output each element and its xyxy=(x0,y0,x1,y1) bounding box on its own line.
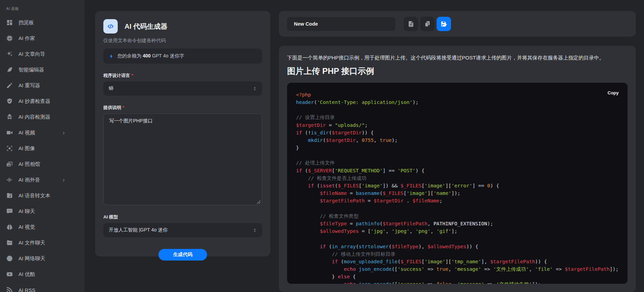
language-label: 程序设计语言* xyxy=(103,72,262,79)
sparkles-icon xyxy=(6,51,13,57)
code-line: $allowedTypes = ['jpg', 'jpeg', 'png', '… xyxy=(296,227,619,235)
code-line: // 检查文件类型 xyxy=(296,212,619,220)
copy-icon xyxy=(424,21,431,27)
sidebar-item-ai-content-detector[interactable]: AI 内容检测器 xyxy=(0,109,84,125)
required-asterisk: * xyxy=(123,105,124,110)
sidebar-item-ai-writer[interactable]: AIAI 作家 xyxy=(0,30,84,46)
sidebar-item-label: AI 图像 xyxy=(18,145,35,152)
sidebar-item-label: AI 画外音 xyxy=(18,177,40,183)
play-video-icon xyxy=(6,271,13,278)
balance-alert: 您的余额为 400 GPT 4o 迷你字 xyxy=(103,49,262,64)
video-camera-icon xyxy=(6,129,13,136)
sidebar-item-dashboard[interactable]: 挡泥板 xyxy=(0,15,84,30)
result-panel: 下面是一个简单的PHP接口示例，用于处理图片上传。这个代码段将接受通过POST请… xyxy=(279,46,636,292)
sidebar-item-label: AI 照相馆 xyxy=(18,161,40,168)
sidebar-item-label: 挡泥板 xyxy=(18,19,34,26)
sidebar-nav: 挡泥板AIAI 作家AI 文章向导智能编辑器AI 重写器AI 抄袭检查器AI 内… xyxy=(0,15,84,292)
up-down-chevron-icon xyxy=(252,228,257,233)
duplicate-document-button[interactable] xyxy=(420,17,435,31)
sidebar-item-label: AI 重写器 xyxy=(18,82,40,89)
code-line: if (move_uploaded_file($_FILES['image'][… xyxy=(296,258,619,265)
code-line xyxy=(296,106,619,114)
code-line: mkdir($targetDir, 0755, true); xyxy=(296,136,619,144)
code-line: // 移动上传文件到目标目录 xyxy=(296,250,619,258)
new-document-button[interactable] xyxy=(404,17,418,31)
sidebar-item-ai-speech-to-text[interactable]: AI 语音转文本 xyxy=(0,188,84,203)
dashboard-icon xyxy=(6,19,13,26)
document-title-input[interactable] xyxy=(287,17,395,31)
sidebar-item-label: AI 网络聊天 xyxy=(18,255,45,262)
code-line: echo json_encode(['success' => false, 'm… xyxy=(296,280,619,284)
result-column: 下面是一个简单的PHP接口示例，用于处理图片上传。这个代码段将接受通过POST请… xyxy=(279,11,636,292)
copy-code-button[interactable]: Copy xyxy=(608,90,619,95)
sidebar-item-ai-rewriter[interactable]: AI 重写器 xyxy=(0,78,84,93)
balance-value: 400 xyxy=(143,53,151,58)
code-line: // 设置上传目录 xyxy=(296,114,619,121)
model-label: AI 模型 xyxy=(103,214,262,220)
ai-chip-icon: AI xyxy=(6,35,13,42)
code-line: echo json_encode(['success' => true, 'me… xyxy=(296,265,619,273)
submit-row: 生成代码 xyxy=(103,249,262,261)
sidebar-item-ai-video[interactable]: AI 视频› xyxy=(0,125,84,141)
code-line: if ($_SERVER['REQUEST_METHOD'] == 'POST'… xyxy=(296,167,619,174)
code-line: if (!is_dir($targetDir)) { xyxy=(296,129,619,136)
sidebar-item-ai-vision[interactable]: AI 视觉 xyxy=(0,219,84,235)
quill-icon xyxy=(6,66,13,73)
chevron-right-icon: › xyxy=(63,177,65,183)
photo-gallery-icon xyxy=(6,161,13,168)
sidebar-item-ai-article-wizard[interactable]: AI 文章向导 xyxy=(0,46,84,62)
svg-text:AI: AI xyxy=(9,37,11,40)
folder-chat-icon xyxy=(6,239,13,246)
sidebar-item-ai-web-chat[interactable]: AI 网络聊天 xyxy=(0,251,84,266)
sidebar-item-ai-plagiarism-checker[interactable]: AI 抄袭检查器 xyxy=(0,93,84,109)
code-line xyxy=(296,205,619,212)
save-document-button[interactable] xyxy=(437,17,451,31)
sidebar-item-ai-file-chat[interactable]: AI 文件聊天 xyxy=(0,235,84,251)
sidebar-item-label: AI 视频 xyxy=(18,130,35,136)
code-line: if (isset($_FILES['image']) && $_FILES['… xyxy=(296,182,619,189)
result-heading: 图片上传 PHP 接口示例 xyxy=(287,66,628,77)
balance-text: 您的余额为 400 GPT 4o 迷你字 xyxy=(117,53,184,59)
sidebar-item-ai-youtube[interactable]: AI 优酷 xyxy=(0,266,84,282)
sidebar-item-label: AI 视觉 xyxy=(18,224,35,230)
code-line: $fileName = basename($_FILES['image']['n… xyxy=(296,189,619,197)
sidebar-item-ai-chat[interactable]: AI 聊天 xyxy=(0,203,84,219)
code-block: Copy <?phpheader('Content-Type: applicat… xyxy=(287,83,628,284)
chevron-right-icon: › xyxy=(63,130,65,136)
bolt-icon xyxy=(109,54,114,59)
page-subtitle: 仅使用文本命令创建各种代码 xyxy=(103,38,262,44)
generate-code-button[interactable]: 生成代码 xyxy=(158,249,207,261)
code-line: $fileType = pathinfo($targetFilePath, PA… xyxy=(296,220,619,227)
code-content: <?phpheader('Content-Type: application/j… xyxy=(296,91,619,284)
code-line: // 处理上传文件 xyxy=(296,159,619,167)
globe-icon xyxy=(6,255,13,262)
language-select[interactable]: 蟒 xyxy=(103,81,262,96)
code-line: if (in_array(strtolower($fileType), $all… xyxy=(296,243,619,250)
document-icon xyxy=(408,21,414,27)
brain-icon xyxy=(6,224,13,230)
code-line: } else { xyxy=(296,273,619,280)
sidebar-item-label: AI 语音转文本 xyxy=(18,193,50,199)
sidebar-item-ai-voiceover[interactable]: AI 画外音› xyxy=(0,172,84,188)
sidebar: AI 面板 挡泥板AIAI 作家AI 文章向导智能编辑器AI 重写器AI 抄袭检… xyxy=(0,0,84,292)
resize-handle-icon[interactable] xyxy=(257,200,261,204)
sidebar-item-ai-image[interactable]: AI 图像 xyxy=(0,141,84,156)
code-line: header('Content-Type: application/json')… xyxy=(296,98,619,106)
model-select[interactable]: 开放人工智能 |GPT 4o 迷你 xyxy=(103,223,262,237)
sidebar-item-label: AI 文章向导 xyxy=(18,51,45,57)
code-line: // 检查文件是否上传成功 xyxy=(296,174,619,182)
result-intro: 下面是一个简单的PHP接口示例，用于处理图片上传。这个代码段将接受通过POST请… xyxy=(287,54,628,62)
sidebar-item-label: AI 文件聊天 xyxy=(18,240,45,246)
sidebar-item-smart-editor[interactable]: 智能编辑器 xyxy=(0,62,84,78)
image-scan-icon xyxy=(6,145,13,152)
chat-bubble-icon xyxy=(6,208,13,215)
main-content: AI 代码生成器 仅使用文本命令创建各种代码 您的余额为 400 GPT 4o … xyxy=(84,0,644,292)
document-toolbar xyxy=(279,11,636,37)
rss-icon xyxy=(6,287,13,292)
sidebar-item-ai-rss[interactable]: AI RSS xyxy=(0,282,84,292)
sidebar-item-ai-photo-studio[interactable]: AI 照相馆 xyxy=(0,156,84,172)
detector-icon xyxy=(6,114,13,120)
code-generator-panel: AI 代码生成器 仅使用文本命令创建各种代码 您的余额为 400 GPT 4o … xyxy=(95,11,270,256)
instructions-textarea[interactable]: 写一个图片PHP接口 xyxy=(103,114,262,205)
sidebar-item-label: AI 优酷 xyxy=(18,271,35,278)
